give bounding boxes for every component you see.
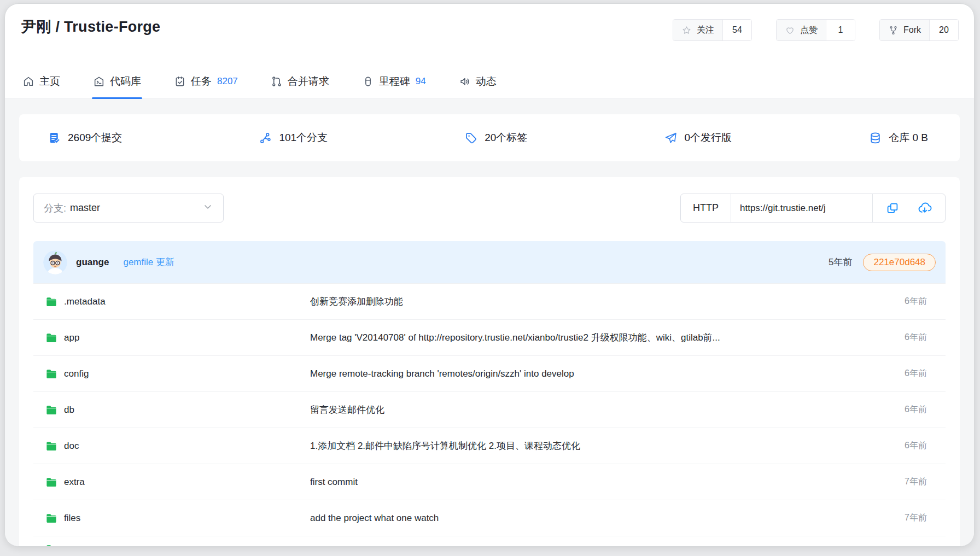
page-body: 2609个提交 101个分支 20个标签 0个发行版	[5, 98, 974, 546]
stat-releases-label: 0个发行版	[684, 131, 732, 145]
stat-branches[interactable]: 101个分支	[259, 131, 328, 145]
branch-label: 分支:	[44, 202, 66, 215]
stat-branches-label: 101个分支	[279, 131, 328, 145]
tab-milestones[interactable]: 里程碑 94	[361, 67, 427, 98]
avatar[interactable]	[43, 250, 67, 274]
fork-button[interactable]: Fork 20	[879, 19, 959, 41]
file-commit-message[interactable]: add the project what one watch	[310, 513, 872, 524]
branch-value: master	[70, 202, 100, 214]
file-name[interactable]: app	[64, 332, 79, 343]
file-commit-message[interactable]: Merge remote-tracking branch 'remotes/or…	[310, 368, 872, 379]
tab-milestones-label: 里程碑	[379, 74, 410, 89]
stat-commits[interactable]: 2609个提交	[48, 131, 122, 145]
praise-label: 点赞	[800, 25, 818, 36]
table-row: db 留言发送邮件优化 6年前	[33, 392, 946, 428]
praise-count: 1	[826, 20, 855, 40]
file-commit-time: 6年前	[872, 296, 943, 307]
repo-stats-bar: 2609个提交 101个分支 20个标签 0个发行版	[19, 114, 960, 161]
watch-label: 关注	[697, 25, 714, 36]
watch-button[interactable]: 关注 54	[673, 19, 752, 41]
stat-repo-size[interactable]: 仓库 0 B	[868, 131, 928, 145]
file-commit-time: 7年前	[872, 476, 943, 488]
file-name[interactable]: extra	[64, 477, 85, 488]
repo-header: 尹刚 / Trustie-Forge 关注 54 点赞 1	[5, 4, 974, 37]
file-commit-message[interactable]: 留言发送邮件优化	[310, 403, 872, 416]
stat-commits-label: 2609个提交	[68, 131, 122, 145]
file-commit-message[interactable]: 1.添加文档 2.邮件中缺陷序号计算机制优化 2.项目、课程动态优化	[310, 440, 872, 452]
fork-count: 20	[930, 20, 958, 40]
commit-author[interactable]: guange	[76, 257, 109, 268]
copy-icon[interactable]	[886, 202, 899, 215]
praise-button[interactable]: 点赞 1	[776, 19, 855, 41]
protocol-switch[interactable]: HTTP	[681, 194, 731, 222]
activity-icon	[459, 75, 471, 87]
app-window: 尹刚 / Trustie-Forge 关注 54 点赞 1	[4, 3, 975, 547]
tab-code-label: 代码库	[110, 74, 141, 89]
chevron-down-icon	[202, 201, 213, 215]
file-commit-time: 6年前	[872, 404, 943, 415]
folder-icon	[45, 405, 57, 415]
clone-actions	[872, 194, 945, 222]
folder-icon	[45, 296, 57, 307]
file-list: .metadata 创新竞赛添加删除功能 6年前 app Merge tag '…	[33, 283, 946, 546]
tab-pulls[interactable]: 合并请求	[270, 67, 330, 98]
fork-icon	[888, 25, 899, 36]
star-icon	[681, 25, 692, 36]
clone-url-group: HTTP https://git.trustie.net/j	[680, 194, 946, 223]
file-commit-time: 7年前	[872, 512, 943, 524]
file-name[interactable]: .metadata	[64, 296, 106, 307]
repo-action-buttons: 关注 54 点赞 1 Fork	[673, 19, 959, 41]
branch-selector[interactable]: 分支: master	[33, 194, 224, 223]
stat-tags-label: 20个标签	[485, 131, 527, 145]
file-name[interactable]: config	[64, 368, 89, 379]
tab-issues-count: 8207	[217, 76, 238, 87]
file-commit-message[interactable]: first commit	[310, 477, 872, 488]
commits-icon	[48, 131, 61, 145]
code-toolbar: 分支: master HTTP https://git.trustie.net/…	[19, 177, 960, 223]
file-commit-time: 6年前	[872, 332, 943, 343]
tab-code[interactable]: 代码库	[92, 67, 142, 98]
heart-icon	[785, 25, 795, 36]
folder-icon	[45, 513, 57, 524]
folder-icon	[45, 441, 57, 452]
commit-time: 5年前	[829, 256, 852, 268]
table-row: files add the project what one watch 7年前	[33, 500, 946, 536]
commit-sha-badge[interactable]: 221e70d648	[863, 254, 936, 271]
file-name[interactable]: files	[64, 513, 80, 524]
protocol-label: HTTP	[693, 202, 719, 214]
tab-home-label: 主页	[39, 74, 60, 89]
stat-releases[interactable]: 0个发行版	[664, 131, 732, 145]
tab-milestones-count: 94	[416, 76, 426, 87]
file-commit-message[interactable]: Merge tag 'V20140708' of http://reposito…	[310, 331, 872, 344]
file-name[interactable]: db	[64, 405, 74, 415]
file-commit-message[interactable]: 创新竞赛添加删除功能	[310, 295, 872, 308]
folder-icon	[45, 368, 57, 379]
home-icon	[22, 75, 34, 87]
code-browser-card: 分支: master HTTP https://git.trustie.net/…	[19, 177, 960, 546]
tab-activity[interactable]: 动态	[458, 67, 498, 98]
table-row: config Merge remote-tracking branch 'rem…	[33, 356, 946, 392]
tab-pulls-label: 合并请求	[288, 74, 329, 89]
stat-tags[interactable]: 20个标签	[464, 131, 527, 145]
commit-message-link[interactable]: gemfile 更新	[123, 256, 174, 268]
clone-url-field[interactable]: https://git.trustie.net/j	[731, 194, 872, 222]
file-name[interactable]: doc	[64, 441, 79, 452]
folder-icon	[45, 332, 57, 343]
folder-icon	[45, 544, 57, 546]
tags-icon	[464, 131, 478, 145]
branches-icon	[259, 131, 272, 145]
download-icon[interactable]	[918, 201, 932, 215]
table-row: doc 1.添加文档 2.邮件中缺陷序号计算机制优化 2.项目、课程动态优化 6…	[33, 428, 946, 464]
releases-icon	[664, 131, 678, 145]
table-row: .metadata 创新竞赛添加删除功能 6年前	[33, 284, 946, 320]
table-row: extra first commit 7年前	[33, 464, 946, 500]
folder-icon	[45, 477, 57, 488]
fork-label: Fork	[903, 25, 921, 35]
tasks-icon	[174, 75, 186, 87]
tab-issues[interactable]: 任务 8207	[173, 67, 239, 98]
stat-repo-size-label: 仓库 0 B	[889, 131, 928, 145]
tab-home[interactable]: 主页	[21, 67, 61, 98]
table-row-partial	[33, 536, 946, 546]
file-commit-time: 6年前	[872, 368, 943, 379]
milestone-icon	[362, 75, 374, 87]
